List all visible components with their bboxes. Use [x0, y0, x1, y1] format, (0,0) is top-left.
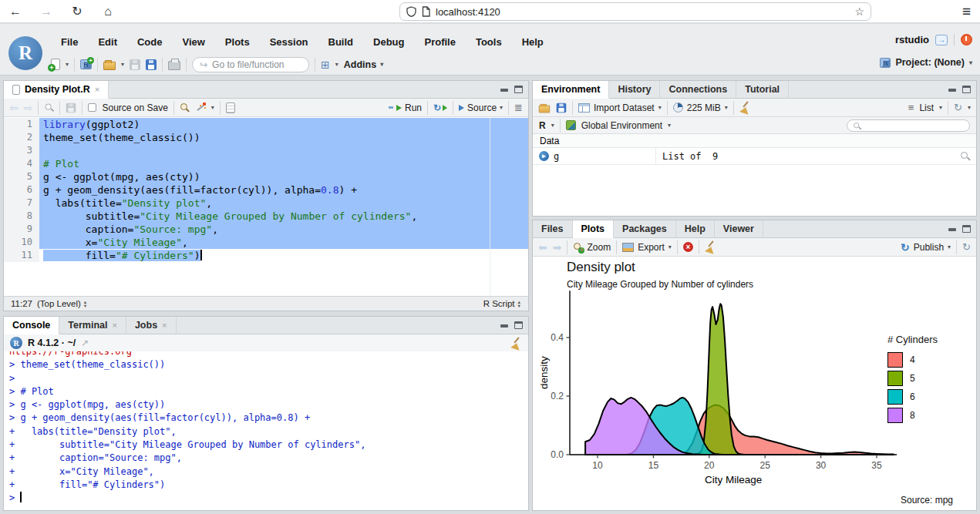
bookmark-star-icon[interactable]: ☆	[854, 5, 864, 18]
menu-session[interactable]: Session	[260, 29, 318, 49]
scope-selector[interactable]: (Top Level) ▲▼	[37, 299, 87, 308]
code-line-6[interactable]: 6g + geom_density(aes(fill=factor(cyl)),…	[4, 183, 528, 197]
save-all-icon[interactable]	[146, 59, 157, 70]
remove-plot-icon[interactable]: ×	[683, 242, 693, 252]
code-line-11[interactable]: 11 fill="# Cylinders")	[4, 249, 528, 262]
tab-files[interactable]: Files	[533, 220, 573, 237]
console-output[interactable]: https://r-graphics.org> theme_set(theme_…	[4, 351, 528, 510]
document-outline-icon[interactable]: ≣	[514, 102, 523, 113]
refresh-icon[interactable]: ↻	[954, 102, 962, 113]
menu-view[interactable]: View	[172, 29, 214, 49]
code-line-7[interactable]: 7 labs(title="Density plot",	[4, 197, 528, 210]
goto-file-input[interactable]: ↪ Go to file/function	[192, 57, 309, 72]
addins-button[interactable]: Addins▾	[344, 59, 383, 70]
load-workspace-icon[interactable]	[539, 105, 550, 113]
environment-dropdown[interactable]: Global Environment	[581, 120, 662, 131]
code-line-10[interactable]: 10 x="City Mileage",	[4, 236, 528, 249]
sign-out-icon[interactable]: →	[935, 35, 948, 45]
tab-plots[interactable]: Plots	[573, 220, 615, 238]
menu-tools[interactable]: Tools	[466, 29, 512, 49]
forward-source-icon[interactable]: ⇨	[24, 102, 33, 114]
tab-terminal[interactable]: Terminal×	[59, 317, 126, 334]
memory-usage-button[interactable]: 225 MiB ▾	[673, 102, 728, 113]
tab-help[interactable]: Help	[676, 220, 715, 237]
refresh-plot-icon[interactable]: ↻	[962, 241, 971, 253]
list-view-icon[interactable]: ≡	[908, 102, 914, 113]
menu-build[interactable]: Build	[318, 29, 364, 49]
maximize-pane-icon[interactable]	[962, 86, 971, 93]
addins-grid-dropdown-icon[interactable]: ▾	[335, 61, 338, 68]
url-bar[interactable]: localhost:4120 ☆	[399, 2, 871, 21]
maximize-pane-icon[interactable]	[514, 86, 523, 93]
code-line-2[interactable]: 2theme_set(theme_classic())	[4, 131, 528, 144]
menu-plots[interactable]: Plots	[215, 29, 260, 49]
tab-density-plot-r[interactable]: Density Plot.R ×	[4, 81, 109, 99]
project-button[interactable]: R Project: (None)▾	[880, 57, 972, 68]
minimize-pane-icon[interactable]	[948, 86, 957, 93]
browser-menu-icon[interactable]: ≡	[962, 3, 971, 20]
back-icon[interactable]: ←	[0, 5, 31, 18]
clear-environment-icon[interactable]	[739, 102, 751, 113]
new-project-icon[interactable]: R+	[80, 59, 92, 69]
home-icon[interactable]: ⌂	[93, 5, 123, 18]
close-tab-icon[interactable]: ×	[95, 85, 99, 94]
addins-grid-icon[interactable]: ⊞	[321, 59, 330, 70]
refresh-dropdown-icon[interactable]: ▾	[968, 104, 971, 111]
code-line-5[interactable]: 5g <- ggplot(mpg, aes(cty))	[4, 170, 528, 183]
zoom-plot-button[interactable]: + Zoom	[573, 242, 611, 253]
popout-icon[interactable]	[45, 103, 54, 113]
environment-object-row[interactable]: ▶ g List of 9	[533, 148, 976, 165]
previous-plot-icon[interactable]: ⬅	[538, 241, 547, 254]
code-tools-dropdown-icon[interactable]: ▾	[211, 104, 214, 111]
run-button[interactable]: Run	[389, 102, 422, 113]
reload-icon[interactable]: ↻	[62, 4, 93, 18]
url-text[interactable]: localhost:4120	[436, 6, 849, 18]
maximize-pane-icon[interactable]	[962, 225, 971, 233]
menu-debug[interactable]: Debug	[363, 29, 414, 49]
menu-help[interactable]: Help	[512, 29, 554, 49]
new-file-dropdown-icon[interactable]: ▾	[66, 61, 69, 68]
minimize-pane-icon[interactable]	[500, 321, 509, 329]
open-file-icon[interactable]	[103, 62, 116, 70]
publish-button[interactable]: ↻ Publish ▾	[901, 241, 951, 254]
code-line-4[interactable]: 4# Plot	[4, 157, 528, 170]
tab-history[interactable]: History	[609, 81, 660, 98]
source-on-save-checkbox[interactable]	[88, 103, 96, 112]
list-view-dropdown-icon[interactable]: ▾	[939, 104, 942, 111]
save-icon[interactable]	[130, 59, 140, 70]
expand-object-icon[interactable]: ▶	[539, 151, 549, 161]
quit-session-icon[interactable]	[961, 34, 972, 45]
code-line-1[interactable]: 1library(ggplot2)	[4, 118, 528, 131]
code-line-3[interactable]: 3	[4, 144, 528, 157]
forward-icon[interactable]: →	[31, 5, 62, 18]
environment-search-input[interactable]	[847, 119, 970, 132]
clear-all-plots-icon[interactable]	[705, 241, 716, 253]
tab-environment[interactable]: Environment	[533, 81, 609, 99]
open-in-new-icon[interactable]: ↗	[81, 338, 89, 348]
menu-edit[interactable]: Edit	[88, 29, 127, 49]
clear-console-icon[interactable]	[510, 338, 522, 349]
language-selector[interactable]: R	[539, 120, 546, 131]
tab-tutorial[interactable]: Tutorial	[736, 81, 789, 98]
minimize-pane-icon[interactable]	[500, 86, 509, 93]
code-line-8[interactable]: 8 subtitle="City Mileage Grouped by Numb…	[4, 210, 528, 223]
minimize-pane-icon[interactable]	[948, 225, 957, 233]
save-source-icon[interactable]	[66, 102, 76, 113]
code-tools-icon[interactable]	[195, 102, 206, 113]
file-type-selector[interactable]: R Script ▲▼	[483, 299, 521, 308]
inspect-object-icon[interactable]	[960, 151, 970, 161]
language-dropdown-icon[interactable]: ▾	[551, 122, 554, 129]
tab-viewer[interactable]: Viewer	[715, 220, 763, 237]
tab-jobs[interactable]: Jobs×	[126, 317, 177, 334]
tab-packages[interactable]: Packages	[614, 220, 676, 237]
list-view-label[interactable]: List	[919, 102, 934, 113]
save-workspace-icon[interactable]	[557, 102, 567, 113]
print-icon[interactable]	[168, 61, 180, 70]
open-file-dropdown-icon[interactable]: ▾	[121, 61, 124, 68]
menu-profile[interactable]: Profile	[414, 29, 465, 49]
code-line-9[interactable]: 9 caption="Source: mpg",	[4, 223, 528, 236]
compile-report-icon[interactable]	[226, 102, 235, 113]
environment-dropdown-icon[interactable]: ▾	[668, 122, 671, 129]
new-file-icon[interactable]: +	[51, 59, 60, 70]
rerun-button[interactable]: ↻	[433, 102, 447, 113]
